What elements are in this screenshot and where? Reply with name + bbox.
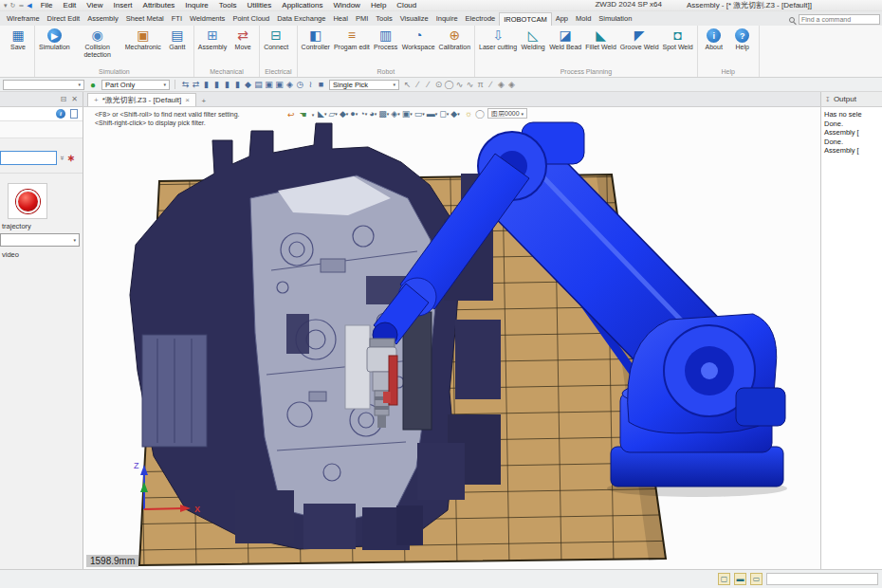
filter-toolbar-icon[interactable]: ▣ — [264, 80, 274, 89]
draw-toolbar-icon[interactable]: ∿ — [454, 80, 465, 89]
assembly-button[interactable]: ⊞ Assembly — [197, 27, 228, 51]
menu-item[interactable]: Insert — [114, 1, 133, 9]
status-input-field[interactable] — [766, 573, 878, 585]
view-toolbar-button[interactable]: ◆ ▾ — [339, 109, 349, 119]
workspace-button[interactable]: ◔ Workspace — [401, 27, 436, 51]
document-tab[interactable]: + *激光切割.Z3 - [Default] × — [87, 93, 196, 106]
help-button[interactable]: ? Help — [729, 27, 756, 51]
new-tab-button[interactable]: + — [196, 97, 211, 106]
ribbon-tab[interactable]: FTI — [168, 12, 186, 26]
program-edit-button[interactable]: ≡ Progam edit — [333, 27, 371, 51]
view-toolbar-button[interactable]: ◔ ▾ — [358, 109, 368, 119]
ribbon-tab[interactable]: Data Exchange — [273, 12, 329, 26]
mechatronic-button[interactable]: ▣ Mechatronic — [124, 27, 162, 51]
menu-item[interactable]: Tools — [219, 1, 237, 9]
light-icon[interactable]: ☼ — [465, 109, 472, 119]
simulation-button[interactable]: ▶ Simulation — [38, 27, 71, 51]
exit-pick-icon[interactable]: ↩ — [287, 110, 295, 119]
ribbon-tab[interactable]: IROBOTCAM — [499, 12, 551, 26]
filter-toolbar-icon[interactable]: ◆ — [243, 80, 253, 89]
find-command-input[interactable] — [799, 14, 880, 25]
pick-scope-combo[interactable]: Part Only ▾ — [101, 80, 170, 90]
menu-item[interactable]: View — [86, 1, 102, 9]
menu-item[interactable]: Inquire — [185, 1, 208, 9]
filter-toolbar-icon[interactable]: ▮ — [232, 80, 243, 89]
search-icon[interactable] — [789, 17, 795, 23]
connect-button[interactable]: ⊟ Connect — [263, 27, 289, 51]
view-toolbar-button[interactable]: ◆ ▾ — [450, 109, 460, 119]
ribbon-tab[interactable]: Wireframe — [3, 12, 44, 26]
draw-toolbar-icon[interactable]: ◈ — [496, 80, 506, 89]
output-pin-icon[interactable]: ↧ — [825, 96, 831, 103]
ribbon-tab[interactable]: Inquire — [432, 12, 462, 26]
workspace-toggle-icon[interactable]: ▢ — [718, 573, 730, 585]
record-trajectory-button[interactable] — [8, 183, 47, 219]
document-icon[interactable] — [70, 109, 78, 119]
expand-chevron-icon[interactable]: » — [58, 156, 66, 159]
3d-viewport[interactable]: <F8> or <Shift-roll> to find next valid … — [83, 107, 820, 569]
draw-toolbar-icon[interactable]: ∕ — [413, 80, 423, 89]
filter-toolbar-icon[interactable]: ⇆ — [180, 80, 191, 89]
regen-icon[interactable]: ● — [87, 80, 99, 90]
menu-item[interactable]: Window — [333, 1, 359, 9]
red-marker-icon[interactable]: ∗ — [66, 153, 74, 163]
menu-item[interactable]: Cloud — [396, 1, 416, 9]
ribbon-tab[interactable]: Direct Edit — [44, 12, 84, 26]
calibration-button[interactable]: ⊕ Calibration — [438, 27, 471, 51]
display-toggle-icon[interactable]: ▬ — [734, 573, 746, 585]
view-toolbar-button[interactable]: ▱ ▾ — [327, 109, 338, 119]
ribbon-tab[interactable]: Electrode — [462, 12, 500, 26]
ring-icon[interactable]: ◯ — [475, 109, 485, 119]
pick-hand-icon[interactable]: ☚ — [300, 110, 307, 119]
ribbon-tab[interactable]: Simulation — [595, 12, 635, 26]
ribbon-tab[interactable]: Weldments — [186, 12, 229, 26]
panel-close-icon[interactable]: ✕ — [71, 95, 78, 103]
quick-menu-caret-icon[interactable]: ▾ — [4, 2, 8, 9]
filter-toolbar-icon[interactable]: ▤ — [253, 80, 264, 89]
spot-weld-button[interactable]: ◘ Spot Weld — [662, 27, 694, 51]
3d-scene[interactable]: Z X — [83, 107, 820, 569]
gantt-button[interactable]: ▤ Gantt — [164, 27, 191, 51]
weld-bead-button[interactable]: ◪ Weld Bead — [548, 27, 582, 51]
collision-detection-button[interactable]: ◉ Collision detection — [73, 27, 122, 59]
menu-item[interactable]: File — [41, 1, 53, 9]
trajectory-select[interactable]: ▾ — [0, 233, 80, 247]
view-toolbar-button[interactable]: ● ▾ — [349, 109, 358, 119]
ribbon-tab[interactable]: Assembly — [83, 12, 122, 26]
draw-toolbar-icon[interactable]: ∕ — [423, 80, 433, 89]
draw-toolbar-icon[interactable]: ◈ — [506, 80, 517, 89]
controller-button[interactable]: ◧ Controller — [301, 27, 331, 51]
pick-mode-combo[interactable]: Single Pick ▾ — [329, 80, 399, 90]
ribbon-tab[interactable]: Visualize — [396, 12, 432, 26]
menu-item[interactable]: Help — [371, 1, 386, 9]
ribbon-tab[interactable]: Sheet Metal — [122, 12, 168, 26]
filter-toolbar-icon[interactable]: ■ — [316, 80, 326, 89]
save-button[interactable]: ▦ Save — [5, 27, 31, 51]
view-toolbar-button[interactable]: ◕ ▾ — [368, 109, 377, 119]
draw-toolbar-icon[interactable]: ◯ — [444, 80, 454, 89]
about-button[interactable]: i About — [701, 27, 727, 51]
info-icon[interactable]: i — [56, 109, 65, 119]
layer-combo[interactable]: 图层0000 ▾ — [487, 108, 527, 119]
draw-toolbar-icon[interactable]: ↖ — [402, 80, 413, 89]
view-toolbar-button[interactable]: ▣ ▾ — [401, 109, 413, 119]
selection-input[interactable] — [0, 151, 57, 165]
menu-item[interactable]: Utilities — [248, 1, 272, 9]
welding-button[interactable]: ◺ Welding — [520, 27, 546, 51]
filter-toolbar-icon[interactable]: ⇄ — [191, 80, 201, 89]
panel-minimize-icon[interactable]: ⊟ — [61, 95, 67, 103]
panel-toggle-icon[interactable]: ▭ — [750, 573, 763, 585]
groove-weld-button[interactable]: ◤ Groove Weld — [619, 27, 660, 51]
view-toolbar-button[interactable]: ◈ ▾ — [390, 109, 400, 119]
ribbon-tab[interactable]: Heal — [329, 12, 351, 26]
filter-toolbar-icon[interactable]: ◈ — [285, 80, 295, 89]
menu-item[interactable]: Edit — [64, 1, 77, 9]
filter-toolbar-icon[interactable]: ▮ — [222, 80, 232, 89]
filter-toolbar-icon[interactable]: ▮ — [211, 80, 222, 89]
view-toolbar-button[interactable]: ▬ ▾ — [426, 109, 439, 119]
view-toolbar-button[interactable]: ▭ ▾ — [413, 109, 426, 119]
move-button[interactable]: ⇄ Move — [230, 27, 256, 51]
ribbon-toggle-icon[interactable]: ≂ — [18, 2, 24, 9]
ribbon-tab[interactable]: Point Cloud — [229, 12, 273, 26]
draw-toolbar-icon[interactable]: ∕ — [486, 80, 496, 89]
